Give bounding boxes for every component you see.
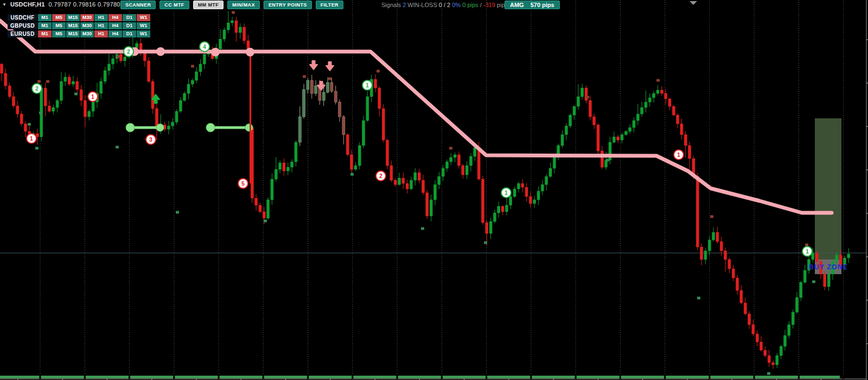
bottom-strip-gap: [754, 375, 755, 379]
amg-pips-value: 570 pips: [531, 2, 554, 8]
tf-cell-usdchf-w1[interactable]: W1: [137, 14, 150, 21]
tf-cell-usdchf-m15[interactable]: M15: [66, 14, 80, 21]
scroll-to-end-icon[interactable]: [690, 1, 697, 5]
support-dot-marker: [421, 227, 424, 230]
candle-bearish: [334, 91, 337, 102]
tf-cell-eurusd-m1[interactable]: M1: [38, 30, 52, 37]
signal-number-text: 1: [505, 189, 508, 196]
candle-bearish: [402, 178, 405, 183]
bottom-strip-gap: [664, 375, 666, 379]
toolbar-button-min-max[interactable]: MIN/MAX: [227, 1, 260, 9]
bottom-strip-gap: [84, 375, 86, 379]
support-dot-marker: [767, 372, 770, 375]
candle-bearish: [700, 247, 703, 259]
candle-bullish: [442, 168, 444, 176]
symbol-label-eurusd[interactable]: EURUSD: [8, 30, 37, 37]
candle-bearish: [12, 97, 15, 106]
support-dot-marker: [812, 281, 815, 283]
candle-bearish: [684, 135, 687, 145]
tf-cell-gbpusd-d1[interactable]: D1: [123, 22, 136, 29]
candle-bearish: [263, 212, 265, 218]
tf-cell-usdchf-d1[interactable]: D1: [123, 14, 136, 21]
candle-bearish: [80, 90, 82, 100]
trend-line-dot: [246, 48, 254, 56]
bottom-strip-gap: [486, 375, 487, 379]
tf-cell-usdchf-m30[interactable]: M30: [80, 14, 94, 21]
candle-bearish: [481, 179, 484, 223]
symbol-label-gbpusd[interactable]: GBPUSD: [8, 22, 37, 29]
candle-bullish: [633, 121, 635, 128]
tf-cell-usdchf-h4[interactable]: H4: [108, 14, 122, 21]
chart-canvas[interactable]: 211234512111BUY ZONE: [0, 0, 868, 380]
candle-bearish: [680, 124, 683, 135]
resistance-dot-marker: [376, 70, 380, 73]
resistance-dot-marker: [586, 96, 589, 99]
candle-bullish: [704, 251, 707, 259]
candle-bullish: [621, 135, 623, 140]
candle-bullish: [315, 86, 317, 93]
candle-bullish: [624, 131, 627, 135]
candle-bearish: [406, 183, 409, 189]
candle-bearish: [740, 290, 743, 303]
candle-bullish: [430, 200, 432, 216]
candle-bearish: [68, 77, 71, 84]
candle-bearish: [36, 134, 39, 137]
candle-bullish: [298, 117, 301, 142]
tf-cell-gbpusd-m5[interactable]: M5: [52, 22, 66, 29]
tf-cell-gbpusd-h1[interactable]: H1: [94, 22, 108, 29]
support-dot-marker: [350, 173, 354, 176]
candle-bullish: [489, 221, 492, 233]
tf-cell-eurusd-h1[interactable]: H1: [94, 30, 108, 37]
resistance-dot-marker: [232, 11, 235, 14]
toolbar-button-entry-points[interactable]: ENTRY POINTS: [264, 1, 312, 9]
candle-bearish: [76, 81, 79, 90]
tf-cell-usdchf-m1[interactable]: M1: [38, 14, 52, 21]
toolbar-button-cc-mtf[interactable]: CC MTF: [159, 1, 189, 9]
amg-pips-badge: AMG 570 pips: [505, 1, 560, 9]
support-dot-marker: [484, 242, 487, 244]
candle-bullish: [195, 72, 198, 80]
resistance-dot-marker: [46, 80, 49, 83]
tf-cell-eurusd-m15[interactable]: M15: [66, 30, 80, 37]
candle-bullish: [362, 121, 365, 145]
tf-cell-eurusd-m5[interactable]: M5: [52, 30, 66, 37]
tf-cell-eurusd-w1[interactable]: W1: [137, 30, 150, 37]
tf-cell-gbpusd-w1[interactable]: W1: [137, 22, 150, 29]
tf-cell-gbpusd-m30[interactable]: M30: [80, 22, 94, 29]
candle-bearish: [768, 356, 770, 363]
symbol-dropdown-icon[interactable]: ▼: [2, 2, 7, 7]
tf-cell-eurusd-m30[interactable]: M30: [80, 30, 94, 37]
resistance-dot-marker: [656, 79, 660, 82]
candle-bullish: [644, 102, 647, 107]
tf-cell-gbpusd-h4[interactable]: H4: [108, 22, 122, 29]
support-dot-marker: [697, 297, 700, 300]
candle-bullish: [112, 59, 114, 64]
symbol-label-usdchf[interactable]: USDCHF: [8, 14, 37, 21]
tf-cell-gbpusd-m1[interactable]: M1: [38, 22, 52, 29]
amg-label: AMG: [510, 2, 524, 8]
bottom-strip-gap: [40, 375, 41, 379]
tf-cell-gbpusd-m15[interactable]: M15: [66, 22, 80, 29]
resistance-dot-marker: [805, 244, 808, 246]
tf-cell-usdchf-m5[interactable]: M5: [52, 14, 66, 21]
bottom-strip-gap: [129, 375, 130, 379]
candle-bullish: [52, 107, 55, 111]
candle-bearish: [243, 27, 246, 41]
candle-bullish: [517, 183, 520, 189]
signal-number-text: 2: [35, 85, 39, 92]
tf-cell-usdchf-h1[interactable]: H1: [94, 14, 108, 21]
toolbar-button-filter[interactable]: FILTER: [316, 1, 343, 9]
candle-bullish: [469, 156, 472, 166]
candle-bullish: [291, 162, 293, 167]
bottom-strip-gap: [173, 375, 175, 379]
candle-bearish: [688, 145, 691, 159]
bottom-strip-gap: [843, 375, 844, 379]
candle-bearish: [668, 99, 671, 106]
signal-number-text: 1: [366, 82, 369, 88]
tf-cell-eurusd-d1[interactable]: D1: [123, 30, 136, 37]
candle-bullish: [641, 107, 643, 114]
toolbar-button-scanner[interactable]: SCANNER: [120, 1, 156, 9]
candle-bearish: [824, 274, 826, 287]
tf-cell-eurusd-h4[interactable]: H4: [108, 30, 122, 37]
toolbar-button-mm-mtf[interactable]: MM MTF: [193, 1, 224, 9]
